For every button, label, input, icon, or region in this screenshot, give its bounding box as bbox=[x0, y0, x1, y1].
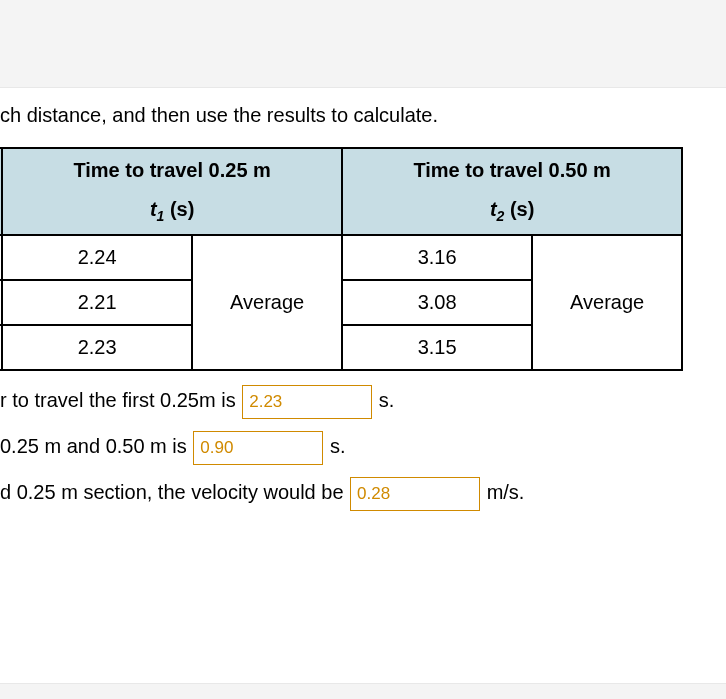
answer-input-1[interactable] bbox=[242, 385, 372, 419]
t2-cell: 3.15 bbox=[342, 325, 532, 370]
data-table: Time to travel 0.25 m Time to travel 0.5… bbox=[0, 147, 683, 371]
t2-cell: 3.16 bbox=[342, 235, 532, 280]
s1-pre: r to travel the first 0.25m is bbox=[0, 389, 241, 411]
answer-input-3[interactable] bbox=[350, 477, 480, 511]
top-banner bbox=[0, 0, 726, 88]
t2-var: t bbox=[490, 198, 497, 220]
t1-unit: (s) bbox=[164, 198, 194, 220]
s2-pre: 0.25 m and 0.50 m is bbox=[0, 435, 192, 457]
t1-cell: 2.24 bbox=[2, 235, 192, 280]
bottom-banner bbox=[0, 684, 726, 699]
t2-average-cell: Average bbox=[532, 235, 682, 370]
content: ch distance, and then use the results to… bbox=[0, 88, 726, 684]
col1-sub: t1 (s) bbox=[2, 192, 342, 235]
s3-pre: d 0.25 m section, the velocity would be bbox=[0, 481, 349, 503]
sentence-2: 0.25 m and 0.50 m is s. bbox=[0, 431, 726, 465]
s1-post: s. bbox=[373, 389, 394, 411]
t2-unit: (s) bbox=[504, 198, 534, 220]
s3-post: m/s. bbox=[481, 481, 524, 503]
t1-cell: 2.23 bbox=[2, 325, 192, 370]
answer-input-2[interactable] bbox=[193, 431, 323, 465]
t2-cell: 3.08 bbox=[342, 280, 532, 325]
sentence-3: d 0.25 m section, the velocity would be … bbox=[0, 477, 726, 511]
col1-title: Time to travel 0.25 m bbox=[2, 148, 342, 192]
header-row-1: Time to travel 0.25 m Time to travel 0.5… bbox=[0, 148, 682, 192]
intro-text: ch distance, and then use the results to… bbox=[0, 104, 726, 127]
col2-sub: t2 (s) bbox=[342, 192, 682, 235]
t1-cell: 2.21 bbox=[2, 280, 192, 325]
sentence-1: r to travel the first 0.25m is s. bbox=[0, 385, 726, 419]
table-row: 1 2.24 Average 3.16 Average bbox=[0, 235, 682, 280]
answer-sentences: r to travel the first 0.25m is s. 0.25 m… bbox=[0, 385, 726, 511]
t1-average-cell: Average bbox=[192, 235, 342, 370]
col2-title: Time to travel 0.50 m bbox=[342, 148, 682, 192]
header-row-2: t1 (s) t2 (s) bbox=[0, 192, 682, 235]
s2-post: s. bbox=[324, 435, 345, 457]
t1-var: t bbox=[150, 198, 157, 220]
